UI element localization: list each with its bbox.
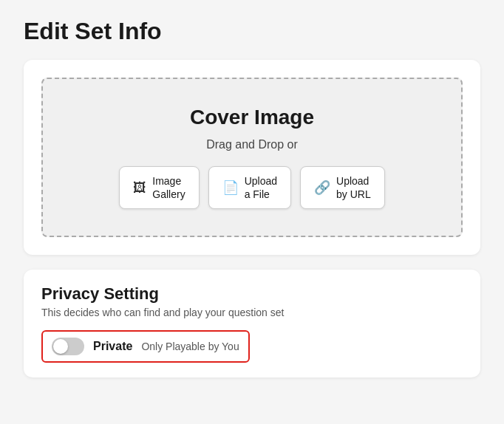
image-gallery-button[interactable]: 🖼 ImageGallery	[119, 166, 199, 209]
page-title: Edit Set Info	[24, 18, 480, 45]
cover-image-card: Cover Image Drag and Drop or 🖼 ImageGall…	[24, 60, 480, 255]
upload-url-icon: 🔗	[314, 179, 330, 196]
drag-drop-text: Drag and Drop or	[206, 138, 298, 151]
privacy-card: Privacy Setting This decides who can fin…	[24, 270, 480, 377]
upload-file-button[interactable]: 📄 Uploada File	[208, 166, 291, 209]
privacy-toggle-row[interactable]: Private Only Playable by You	[41, 330, 250, 363]
upload-url-button-text: Uploadby URL	[336, 174, 371, 201]
upload-buttons-row: 🖼 ImageGallery 📄 Uploada File 🔗 Uploadby…	[119, 166, 384, 209]
upload-file-icon: 📄	[222, 179, 239, 196]
privacy-toggle-switch[interactable]	[52, 338, 84, 355]
gallery-button-text: ImageGallery	[152, 174, 185, 201]
drop-zone[interactable]: Cover Image Drag and Drop or 🖼 ImageGall…	[41, 78, 463, 237]
gallery-icon: 🖼	[133, 180, 146, 196]
toggle-knob	[53, 339, 68, 354]
upload-url-button[interactable]: 🔗 Uploadby URL	[300, 166, 385, 209]
privacy-toggle-sublabel: Only Playable by You	[141, 341, 239, 352]
privacy-toggle-label: Private	[93, 340, 132, 353]
privacy-title: Privacy Setting	[41, 284, 463, 304]
upload-file-button-text: Uploada File	[245, 174, 277, 201]
cover-image-title: Cover Image	[190, 106, 314, 129]
privacy-subtitle: This decides who can find and play your …	[41, 307, 463, 318]
